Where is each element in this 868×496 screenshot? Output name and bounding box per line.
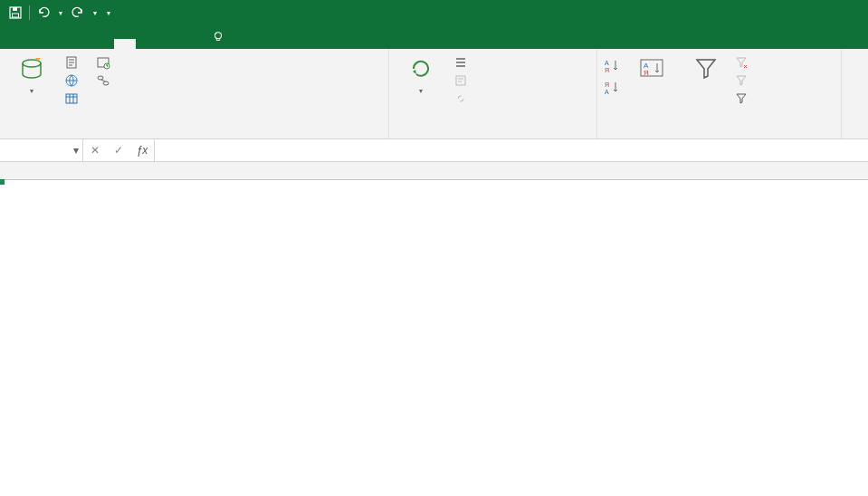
- tab-help[interactable]: [179, 39, 201, 49]
- undo-button[interactable]: [33, 3, 53, 23]
- group-title-queries: [395, 134, 591, 138]
- tab-layout[interactable]: [71, 39, 92, 49]
- recent-sources-button[interactable]: [93, 54, 118, 71]
- clear-filter-button: [731, 54, 756, 71]
- column-headers: [0, 162, 868, 180]
- svg-rect-1: [13, 7, 17, 11]
- svg-text:А: А: [605, 60, 609, 66]
- svg-rect-7: [66, 94, 77, 103]
- svg-text:Я: Я: [605, 67, 609, 73]
- formula-input[interactable]: [155, 139, 868, 161]
- sort-button[interactable]: АЯ: [621, 52, 682, 87]
- title-bar: ▾ ▾ ▾: [0, 0, 868, 25]
- redo-icon: [71, 5, 85, 20]
- tab-review[interactable]: [136, 39, 157, 49]
- tab-home[interactable]: [27, 39, 49, 49]
- queries-connections-button[interactable]: [451, 54, 475, 71]
- globe-icon: [64, 73, 79, 88]
- tab-formulas[interactable]: [92, 39, 114, 49]
- from-web-button[interactable]: [62, 72, 86, 89]
- save-button[interactable]: [5, 3, 25, 23]
- close-icon: ✕: [91, 144, 100, 157]
- advanced-filter-button[interactable]: [731, 91, 756, 107]
- undo-dropdown[interactable]: ▾: [55, 3, 66, 23]
- group-data-tools: [842, 49, 860, 138]
- get-data-button[interactable]: ▾: [5, 52, 58, 99]
- lightbulb-icon: [212, 31, 224, 43]
- edit-links-button: [451, 91, 475, 107]
- reapply-filter-button: [731, 72, 756, 89]
- funnel-icon: [692, 54, 720, 83]
- sort-asc-button[interactable]: АЯ: [603, 58, 621, 74]
- formula-enter[interactable]: ✓: [107, 144, 130, 157]
- properties-button: [451, 72, 475, 89]
- from-table-button[interactable]: [62, 91, 86, 107]
- table-icon: [64, 91, 79, 106]
- redo-dropdown[interactable]: ▾: [90, 3, 100, 23]
- filter-button[interactable]: [682, 52, 730, 87]
- worksheet: [0, 162, 868, 180]
- group-queries: ▾: [389, 49, 597, 138]
- properties-icon: [453, 73, 468, 88]
- svg-point-3: [215, 33, 222, 39]
- existing-connections-button[interactable]: [93, 72, 118, 89]
- tab-view[interactable]: [157, 39, 179, 49]
- tab-search[interactable]: [201, 26, 239, 49]
- sort-desc-button[interactable]: ЯА: [603, 80, 621, 96]
- svg-text:Я: Я: [644, 69, 649, 77]
- tab-insert[interactable]: [49, 39, 71, 49]
- redo-button[interactable]: [68, 3, 88, 23]
- svg-text:Я: Я: [605, 81, 609, 88]
- svg-rect-12: [456, 76, 465, 85]
- clear-icon: [734, 55, 749, 70]
- formula-cancel[interactable]: ✕: [83, 144, 107, 157]
- recent-icon: [96, 55, 110, 70]
- quick-access-toolbar: ▾ ▾ ▾: [5, 3, 115, 23]
- connection-icon: [96, 73, 110, 88]
- refresh-all-button[interactable]: ▾: [395, 52, 447, 99]
- undo-icon: [36, 5, 51, 20]
- svg-point-11: [103, 81, 109, 85]
- fx-icon: ƒx: [137, 144, 148, 157]
- insert-function[interactable]: ƒx: [130, 144, 154, 157]
- svg-point-10: [98, 76, 103, 80]
- group-get-transform: ▾: [0, 49, 389, 138]
- group-title-get: [5, 134, 383, 138]
- svg-rect-2: [13, 14, 19, 17]
- refresh-icon: [406, 54, 435, 83]
- chevron-down-icon: ▾: [73, 144, 79, 157]
- tab-data[interactable]: [114, 39, 136, 49]
- group-title-sort: [603, 134, 835, 138]
- separator: [29, 5, 30, 20]
- ribbon-tabs: [0, 25, 868, 49]
- list-icon: [453, 55, 468, 70]
- reapply-icon: [734, 73, 749, 88]
- svg-text:А: А: [605, 89, 609, 95]
- advanced-icon: [734, 91, 749, 106]
- sort-desc-icon: ЯА: [603, 80, 621, 96]
- name-box[interactable]: ▾: [0, 139, 83, 161]
- save-icon: [8, 5, 23, 20]
- check-icon: ✓: [114, 144, 123, 157]
- text-file-icon: [64, 55, 79, 70]
- formula-bar: ▾ ✕ ✓ ƒx: [0, 139, 868, 162]
- group-sort-filter: АЯ ЯА АЯ: [597, 49, 842, 138]
- sort-dialog-icon: АЯ: [637, 54, 666, 83]
- get-data-icon: [17, 54, 46, 83]
- qat-customize[interactable]: ▾: [102, 3, 115, 23]
- active-cell-outline: [0, 180, 4, 184]
- tab-file[interactable]: [4, 39, 25, 49]
- sort-asc-icon: АЯ: [603, 58, 621, 74]
- from-csv-button[interactable]: [62, 54, 86, 71]
- link-icon: [453, 91, 468, 106]
- ribbon: ▾: [0, 49, 868, 139]
